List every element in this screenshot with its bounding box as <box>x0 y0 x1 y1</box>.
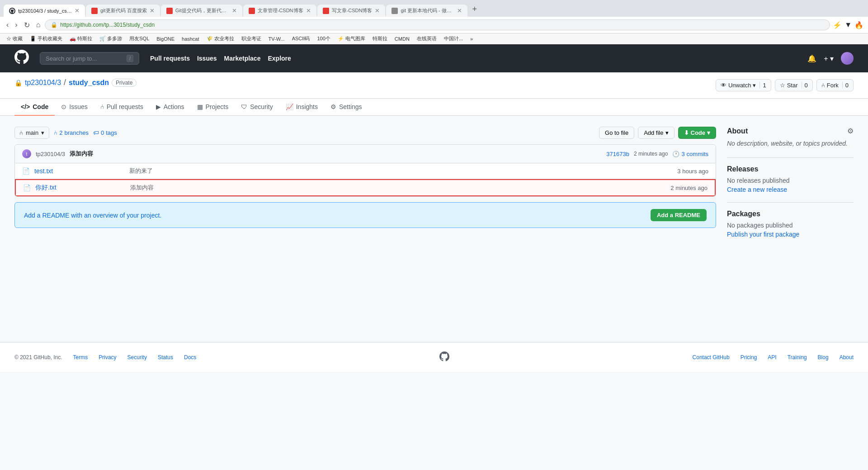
unwatch-btn[interactable]: 👁 Unwatch ▾ 1 <box>716 79 771 91</box>
tab-close-btn[interactable]: ✕ <box>75 7 80 14</box>
browser-tab-3[interactable]: Git提交代码，更新代码（ ✕ <box>161 5 242 17</box>
footer-blog[interactable]: Blog <box>818 354 829 361</box>
bm-shoucang[interactable]: ☆ 收藏 <box>5 35 24 43</box>
tab-close-btn-6[interactable]: ✕ <box>457 7 462 14</box>
tab-security[interactable]: 🛡 Security <box>235 99 279 116</box>
bm-hashcat[interactable]: hashcat <box>180 36 201 42</box>
footer-api[interactable]: API <box>768 354 776 361</box>
tab-close-btn-4[interactable]: ✕ <box>306 7 311 14</box>
add-readme-btn[interactable]: Add a README <box>651 209 707 221</box>
new-tab-btn[interactable]: + <box>468 3 481 16</box>
tab-issues[interactable]: ⊙ Issues <box>55 99 94 116</box>
code-btn[interactable]: ⬇ Code ▾ <box>678 127 717 139</box>
commit-hash[interactable]: 371673b <box>606 151 629 157</box>
notifications-btn[interactable]: 🔔 <box>807 54 816 63</box>
address-bar[interactable]: 🔒 https://github.com/tp...3015/study_csd… <box>45 19 830 30</box>
user-avatar[interactable] <box>841 52 854 65</box>
back-btn[interactable]: ‹ <box>5 20 10 30</box>
browser-tab-active[interactable]: tp230104/3 / study_csdn ✕ <box>4 5 85 17</box>
tab-projects[interactable]: ▦ Projects <box>191 99 235 116</box>
browser-tab-5[interactable]: 写文章-CSDN博客 ✕ <box>317 5 386 17</box>
about-gear-icon[interactable]: ⚙ <box>847 127 854 135</box>
bm-100[interactable]: 100个 <box>315 35 332 43</box>
footer-about[interactable]: About <box>840 354 854 361</box>
bm-english[interactable]: 在线英语 <box>415 35 439 43</box>
file-name-2[interactable]: 你好.txt <box>35 184 126 192</box>
fork-btn[interactable]: ⑃ Fork 0 <box>816 79 854 91</box>
ext-icon-3[interactable]: 🔥 <box>854 21 863 29</box>
repo-name[interactable]: study_csdn <box>69 79 109 87</box>
tab-actions[interactable]: ▶ Actions <box>150 99 191 116</box>
ext-icon-2[interactable]: ▼ <box>844 21 852 29</box>
create-release-link[interactable]: Create a new release <box>727 186 854 193</box>
bm-tesla2[interactable]: 特斯拉 <box>371 35 389 43</box>
bm-ascii[interactable]: ASCII码 <box>290 35 312 43</box>
branch-select[interactable]: ⑃ main ▾ <box>14 127 49 139</box>
bm-cmdn[interactable]: CMDN <box>393 36 411 42</box>
nav-marketplace[interactable]: Marketplace <box>224 55 261 62</box>
publish-package-link[interactable]: Publish your first package <box>727 231 854 238</box>
releases-header: Releases <box>727 165 854 173</box>
tab-close-btn-5[interactable]: ✕ <box>375 7 380 14</box>
commit-username[interactable]: tp230104/3 <box>36 151 65 157</box>
code-tab-label: Code <box>33 103 48 110</box>
add-file-btn[interactable]: Add file ▾ <box>638 127 674 139</box>
bm-bigone[interactable]: BigONE <box>155 36 176 42</box>
bm-china[interactable]: 中国计... <box>442 35 465 43</box>
footer-terms[interactable]: Terms <box>73 354 88 361</box>
tab-code[interactable]: </> Code <box>14 99 55 116</box>
footer-contact[interactable]: Contact GitHub <box>693 354 730 361</box>
ext-icon-1[interactable]: ⚡ <box>833 21 842 29</box>
footer-privacy[interactable]: Privacy <box>99 354 116 361</box>
tab-settings[interactable]: ⚙ Settings <box>324 99 368 116</box>
repo-sidebar: About ⚙ No description, website, or topi… <box>727 127 854 331</box>
reload-btn[interactable]: ↻ <box>22 20 32 30</box>
private-badge: Private <box>112 79 137 87</box>
browser-tab-2[interactable]: git更新代码 百度搜索 ✕ <box>86 5 160 17</box>
browser-tab-6[interactable]: git 更新本地代码 - 做新... ✕ <box>386 5 467 17</box>
browser-tab-4[interactable]: 文章管理-CSDN博客 ✕ <box>243 5 316 17</box>
bm-nongye[interactable]: 🌾 农业考拉 <box>205 35 236 43</box>
footer-status[interactable]: Status <box>158 354 173 361</box>
forward-btn[interactable]: › <box>13 20 19 30</box>
search-box[interactable]: Search or jump to... / <box>40 52 139 65</box>
nav-pull-requests[interactable]: Pull requests <box>150 55 190 62</box>
tab-label-3: Git提交代码，更新代码（ <box>175 7 229 14</box>
footer-docs[interactable]: Docs <box>184 354 196 361</box>
bm-career[interactable]: 职业考证 <box>240 35 263 43</box>
footer-pricing[interactable]: Pricing <box>741 354 757 361</box>
nav-explore[interactable]: Explore <box>268 55 291 62</box>
commits-link[interactable]: 🕐 3 commits <box>672 151 708 157</box>
lock-icon: 🔒 <box>51 22 57 28</box>
nav-issues[interactable]: Issues <box>197 55 217 62</box>
footer-training[interactable]: Training <box>788 354 807 361</box>
tab-close-btn-2[interactable]: ✕ <box>150 7 155 14</box>
tags-link[interactable]: 🏷 0 tags <box>93 129 117 136</box>
tab-insights[interactable]: 📈 Insights <box>279 99 324 116</box>
github-logo[interactable] <box>14 50 29 67</box>
new-item-btn[interactable]: + ▾ <box>824 54 834 63</box>
bm-dianqi[interactable]: ⚡ 电气图库 <box>336 35 367 43</box>
file-name-1[interactable]: test.txt <box>34 167 125 175</box>
bm-yonyou[interactable]: 用友SQL <box>127 35 151 43</box>
tab-label-2: git更新代码 百度搜索 <box>100 7 147 14</box>
issues-tab-label: Issues <box>69 103 87 110</box>
branches-link[interactable]: ⑃ 2 branches <box>54 129 89 136</box>
home-btn[interactable]: ⌂ <box>34 20 42 30</box>
bm-duoduo[interactable]: 🛒 多多游 <box>98 35 124 43</box>
star-btn[interactable]: ☆ Star 0 <box>775 79 813 91</box>
fork-icon: ⑃ <box>821 82 825 89</box>
tags-icon: 🏷 <box>93 129 99 136</box>
bm-mobile[interactable]: 📱 手机收藏夹 <box>28 35 64 43</box>
bm-tv[interactable]: TV-W... <box>267 36 287 42</box>
file-row-test: 📄 test.txt 新的来了 3 hours ago <box>15 163 716 179</box>
footer-security[interactable]: Security <box>127 354 147 361</box>
history-icon: 🕐 <box>672 151 679 157</box>
bm-more[interactable]: » <box>468 36 475 42</box>
tab-pull-requests[interactable]: ⑃ Pull requests <box>94 99 150 116</box>
bm-tesla[interactable]: 🚗 特斯拉 <box>68 35 94 43</box>
file-icon-1: 📄 <box>22 167 30 175</box>
goto-file-btn[interactable]: Go to file <box>599 127 634 139</box>
repo-owner[interactable]: tp230104/3 <box>25 79 61 87</box>
tab-close-btn-3[interactable]: ✕ <box>232 7 237 14</box>
